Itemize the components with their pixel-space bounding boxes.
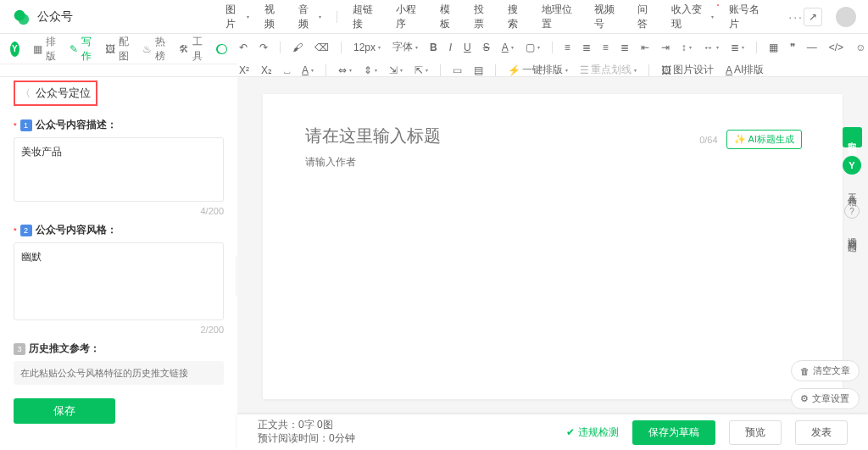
help-icon[interactable]: ? — [844, 203, 860, 219]
violation-check[interactable]: ✔ 违规检测 — [566, 425, 619, 440]
tab-tools[interactable]: 🛠 工具 — [179, 35, 203, 64]
strike-icon[interactable]: S — [481, 41, 492, 54]
author-input[interactable] — [305, 156, 800, 168]
field3-input[interactable] — [14, 361, 224, 385]
textbox-icon[interactable]: ⎵ — [282, 64, 292, 77]
top-header: 公众号 图片▾ 视频 音频▾ 超链接 小程序 模板 投票 搜索 地理位置 视频号… — [0, 0, 868, 34]
redo-icon[interactable]: ↷ — [258, 41, 270, 54]
menu-geo[interactable]: 地理位置 — [542, 3, 579, 31]
margin2-icon[interactable]: ⇕▾ — [362, 64, 379, 77]
undo-icon[interactable]: ↶ — [237, 41, 249, 54]
menu-audio[interactable]: 音频▾ — [298, 3, 322, 31]
menu-video[interactable]: 视频 — [264, 3, 283, 31]
letter-spacing-icon[interactable]: ↔▾ — [702, 41, 721, 54]
top-right: ↗ — [804, 7, 856, 27]
sidebar: 〈 公众号定位 *1公众号内容描述： 4/200 *2公众号内容风格： 2/20… — [0, 77, 237, 450]
field1-counter: 4/200 — [14, 206, 224, 216]
bg-color-icon[interactable]: ▢▾ — [524, 41, 542, 54]
menu-more[interactable]: ··· — [788, 10, 804, 24]
menu-qa[interactable]: 问答 — [637, 3, 656, 31]
publish-button[interactable]: 发表 — [795, 420, 848, 445]
emoji-icon[interactable]: ☺ — [854, 41, 867, 54]
bold-icon[interactable]: B — [428, 41, 439, 54]
source-icon[interactable]: ▤ — [472, 64, 485, 77]
article-settings-button[interactable]: ⚙ 文章设置 — [791, 388, 860, 409]
hr-icon[interactable]: — — [805, 41, 819, 54]
margin3-icon[interactable]: ⇲▾ — [387, 64, 404, 77]
top-menu: 图片▾ 视频 音频▾ 超链接 小程序 模板 投票 搜索 地理位置 视频号 问答 … — [225, 3, 804, 31]
font-family[interactable]: 字体▾ — [391, 39, 420, 55]
html-icon[interactable]: ▭ — [451, 64, 464, 77]
emphasis-line[interactable]: ☰ 重点划线▾ — [578, 62, 638, 78]
editor-canvas: 0/64 ✨ AI标题生成 — [263, 94, 843, 399]
paint-icon[interactable]: 🖌 — [291, 41, 304, 54]
subscript-icon[interactable]: X₂ — [259, 64, 274, 77]
menu-template[interactable]: 模板 — [440, 3, 459, 31]
tab-layout[interactable]: ▦ 排版 — [33, 35, 56, 64]
highlight-icon[interactable]: A▾ — [300, 64, 315, 77]
menu-image[interactable]: 图片▾ — [225, 3, 249, 31]
list-icon[interactable]: ≣▾ — [729, 41, 746, 54]
menu-vote[interactable]: 投票 — [474, 3, 492, 31]
svg-point-1 — [18, 14, 29, 25]
field3-label: 3历史推文参考： — [14, 342, 224, 356]
field1-input[interactable] — [14, 137, 224, 202]
chevron-left-icon: 〈 — [20, 86, 31, 101]
avatar[interactable] — [836, 7, 856, 27]
right-dock: 立即升级 Y 工具箱 ? 遇到问题 — [839, 127, 865, 241]
app-name: 公众号 — [37, 9, 73, 25]
superscript-icon[interactable]: X² — [237, 64, 251, 77]
menu-video-no[interactable]: 视频号 — [594, 3, 622, 31]
upgrade-button[interactable]: 立即升级 — [843, 127, 862, 147]
brand-icon: Y — [10, 42, 19, 57]
table-icon[interactable]: ▦ — [767, 41, 780, 54]
tab-hot[interactable]: ♨ 热榜 — [142, 35, 165, 64]
italic-icon[interactable]: I — [448, 41, 453, 54]
font-color-icon[interactable]: A▾ — [500, 41, 515, 54]
ai-title-button[interactable]: ✨ AI标题生成 — [726, 130, 802, 149]
menu-search[interactable]: 搜索 — [508, 3, 526, 31]
toolbox-button[interactable]: 工具箱 — [844, 183, 860, 195]
underline-icon[interactable]: U — [462, 41, 473, 54]
problem-button[interactable]: 遇到问题 — [844, 227, 860, 241]
indent-in-icon[interactable]: ⇥ — [659, 41, 671, 54]
content-area: 0/64 ✨ AI标题生成 正文共：0字 0图 预计阅读时间：0分钟 ✔ 违规检… — [237, 77, 868, 450]
image-design[interactable]: 🖼 图片设计 — [659, 62, 715, 78]
margin1-icon[interactable]: ⇔▾ — [337, 64, 353, 77]
quote-icon[interactable]: ❞ — [788, 41, 797, 54]
margin4-icon[interactable]: ⇱▾ — [413, 64, 430, 77]
code-icon[interactable]: </> — [827, 41, 845, 54]
align-justify-icon[interactable]: ≣ — [619, 41, 631, 54]
tab-image[interactable]: 🖼 配图 — [105, 35, 129, 64]
menu-hyperlink[interactable]: 超链接 — [353, 3, 381, 31]
align-right-icon[interactable]: ≡ — [601, 41, 610, 54]
line-height-icon[interactable]: ↕▾ — [680, 41, 693, 54]
menu-monetize[interactable]: 收入变现▾ — [671, 3, 714, 31]
align-center-icon[interactable]: ≣ — [581, 41, 593, 54]
menu-card[interactable]: 账号名片 — [729, 3, 766, 31]
preview-button[interactable]: 预览 — [729, 420, 782, 445]
bottom-bar: 正文共：0字 0图 预计阅读时间：0分钟 ✔ 违规检测 保存为草稿 预览 发表 — [237, 414, 868, 450]
save-draft-button[interactable]: 保存为草稿 — [632, 420, 715, 445]
tab-write[interactable]: ✎ 写作 — [70, 35, 92, 64]
stats-text: 正文共：0字 0图 预计阅读时间：0分钟 — [258, 419, 355, 445]
field2-label: *2公众号内容风格： — [14, 223, 224, 237]
save-button[interactable]: 保存 — [14, 398, 115, 424]
clear-article-button[interactable]: 🗑 清空文章 — [791, 360, 860, 381]
back-header[interactable]: 〈 公众号定位 — [14, 81, 97, 106]
ai-layout[interactable]: A AI排版 — [724, 62, 765, 78]
font-size[interactable]: 12px▾ — [352, 41, 382, 54]
back-title: 公众号定位 — [36, 86, 91, 101]
title-input[interactable] — [305, 126, 652, 146]
expand-icon[interactable]: ↗ — [804, 8, 822, 26]
clear-format-icon[interactable]: ⌫ — [313, 41, 331, 54]
one-click-layout[interactable]: ⚡一键排版▾ — [506, 62, 570, 78]
menu-miniapp[interactable]: 小程序 — [396, 3, 424, 31]
dock-brand-icon[interactable]: Y — [843, 156, 861, 175]
indent-out-icon[interactable]: ⇤ — [639, 41, 651, 54]
field2-input[interactable] — [14, 242, 224, 320]
align-left-icon[interactable]: ≡ — [563, 41, 572, 54]
app-logo — [12, 8, 31, 26]
field2-counter: 2/200 — [14, 325, 224, 335]
ai-toggle[interactable] — [216, 44, 227, 54]
